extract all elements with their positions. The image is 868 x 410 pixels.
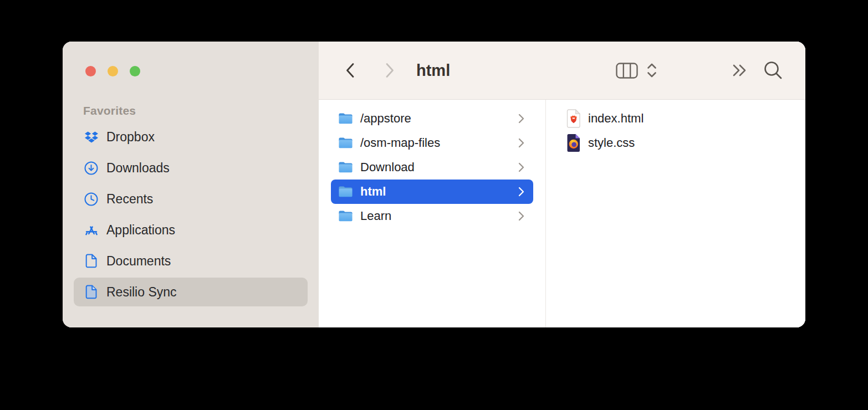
- forward-button[interactable]: [381, 42, 399, 99]
- dropbox-icon: [84, 131, 99, 144]
- folder-icon: [338, 186, 353, 198]
- finder-column-2: index.html style.css: [546, 100, 805, 327]
- item-name: /osm-map-files: [360, 136, 440, 150]
- chevron-right-icon: [518, 187, 524, 197]
- sidebar-section-favorites: Favorites: [83, 104, 136, 117]
- toolbar-overflow-button[interactable]: [730, 42, 750, 99]
- list-item-style-css[interactable]: style.css: [558, 131, 793, 155]
- list-item-learn[interactable]: Learn: [331, 204, 533, 228]
- zoom-window-button[interactable]: [130, 66, 140, 76]
- sidebar-item-label: Downloads: [106, 161, 170, 176]
- item-name: style.css: [588, 136, 635, 150]
- firefox-css-file-icon: [566, 134, 581, 152]
- item-name: html: [360, 184, 386, 199]
- chevron-right-icon: [518, 138, 524, 148]
- folder-icon: [338, 161, 353, 173]
- clock-icon: [84, 192, 99, 206]
- list-item-download[interactable]: Download: [331, 155, 533, 180]
- column-view-content: /appstore /osm-map-files: [319, 100, 805, 327]
- folder-icon: [338, 210, 353, 222]
- close-window-button[interactable]: [85, 66, 96, 76]
- toolbar: html: [319, 42, 805, 100]
- view-options-button[interactable]: [645, 42, 659, 99]
- sidebar-item-label: Resilio Sync: [106, 285, 177, 300]
- back-button[interactable]: [341, 42, 359, 99]
- sidebar-item-label: Documents: [106, 254, 171, 269]
- sidebar-section-icloud-clipped: iCloud: [90, 325, 126, 327]
- chevron-right-icon: [518, 211, 524, 221]
- search-button[interactable]: [761, 42, 785, 99]
- item-name: Learn: [360, 209, 391, 223]
- sidebar-item-documents[interactable]: Documents: [74, 245, 308, 276]
- chevron-right-icon: [518, 114, 524, 124]
- sidebar-item-resilio-sync[interactable]: Resilio Sync: [74, 278, 308, 306]
- traffic-lights: [85, 66, 140, 76]
- folder-icon: [338, 112, 353, 125]
- list-item-appstore[interactable]: /appstore: [331, 106, 533, 131]
- sidebar-item-label: Recents: [106, 192, 153, 207]
- item-name: Download: [360, 160, 415, 175]
- back-chevron-icon: [345, 63, 355, 78]
- sidebar-item-downloads[interactable]: Downloads: [74, 152, 308, 183]
- finder-window: Favorites Dropbox: [63, 42, 805, 327]
- sidebar-item-label: Dropbox: [106, 130, 155, 145]
- list-item-osm-map-files[interactable]: /osm-map-files: [331, 131, 533, 155]
- list-item-index-html[interactable]: index.html: [558, 106, 793, 131]
- sidebar-item-label: Applications: [106, 223, 175, 238]
- document-tinted-icon: [84, 285, 99, 299]
- main-pane: html: [319, 42, 805, 327]
- brave-html-file-icon: [566, 109, 581, 128]
- downloads-circle-icon: [84, 161, 99, 175]
- sidebar-item-applications[interactable]: Applications: [74, 214, 308, 245]
- search-icon: [763, 60, 783, 80]
- window-title: html: [416, 42, 450, 99]
- sidebar-item-recents[interactable]: Recents: [74, 183, 308, 214]
- minimize-window-button[interactable]: [108, 66, 118, 76]
- sidebar-list: Dropbox Downloads: [63, 121, 319, 308]
- list-item-html-selected[interactable]: html: [331, 180, 533, 204]
- finder-column-1: /appstore /osm-map-files: [319, 100, 546, 327]
- sidebar: Favorites Dropbox: [63, 42, 319, 327]
- double-chevron-right-icon: [732, 64, 748, 77]
- app-store-icon: [84, 223, 99, 237]
- forward-chevron-icon: [385, 63, 395, 78]
- item-name: /appstore: [360, 111, 411, 126]
- sidebar-item-dropbox[interactable]: Dropbox: [74, 121, 308, 152]
- chevron-right-icon: [518, 162, 524, 172]
- column-view-icon: [616, 63, 638, 79]
- document-icon: [84, 254, 99, 268]
- column-view-button[interactable]: [612, 42, 641, 99]
- item-name: index.html: [588, 111, 644, 126]
- folder-icon: [338, 137, 353, 149]
- chevrons-up-down-icon: [646, 63, 657, 78]
